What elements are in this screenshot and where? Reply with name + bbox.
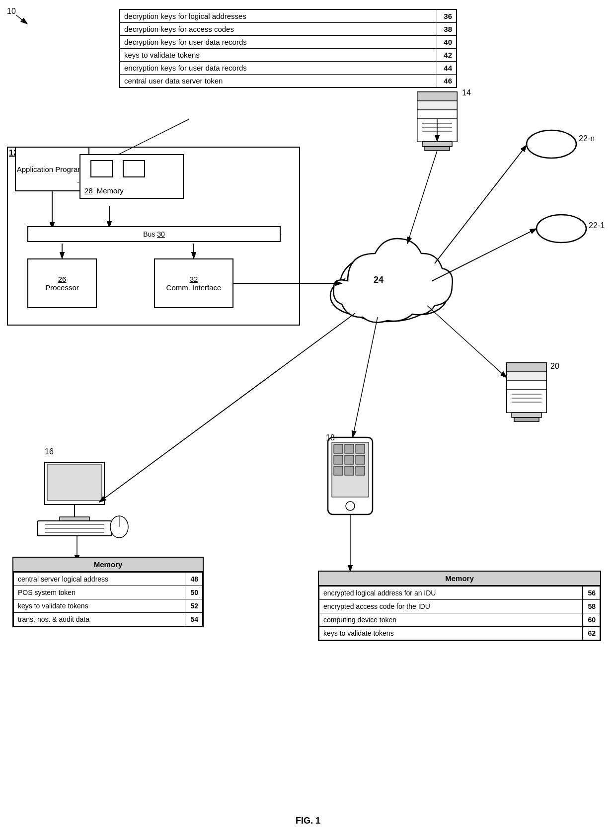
svg-point-45 (110, 516, 128, 538)
svg-rect-40 (60, 517, 89, 521)
table-cell-ref: 42 (437, 49, 457, 62)
mini-box-1 (90, 160, 113, 177)
svg-point-17 (448, 125, 456, 133)
table-row: keys to validate tokens 52 (14, 599, 203, 613)
memory-ref: 28 (84, 186, 93, 195)
table-cell-label: POS system token (14, 586, 185, 599)
svg-line-68 (353, 317, 378, 437)
table-row: trans. nos. & audit data 54 (14, 613, 203, 626)
diagram-number: 10 (7, 7, 16, 16)
svg-rect-53 (345, 455, 354, 464)
svg-line-62 (435, 145, 527, 263)
svg-line-66 (99, 313, 355, 502)
mobile-label: 18 (326, 433, 335, 442)
table-cell-ref: 46 (437, 75, 457, 88)
comm-ref: 32 (190, 275, 198, 283)
mini-box-2 (123, 160, 145, 177)
svg-rect-29 (507, 390, 546, 413)
pos-label: 16 (45, 447, 54, 456)
table-row: central server logical address 48 (14, 573, 203, 586)
table-cell-ref: 36 (437, 9, 457, 23)
table-row: decryption keys for access codes 38 (120, 23, 457, 36)
oval-22n-label: 22-n (579, 134, 595, 143)
svg-rect-33 (512, 413, 541, 418)
cloud-label: 24 (374, 275, 384, 285)
svg-point-8 (348, 290, 427, 322)
svg-line-64 (432, 229, 537, 281)
table-row: keys to validate tokens 62 (319, 627, 600, 640)
svg-rect-54 (356, 455, 365, 464)
table-cell-ref: 40 (437, 36, 457, 49)
pos-table-header: Memory (13, 558, 203, 572)
svg-rect-56 (345, 466, 354, 475)
table-cell-ref: 52 (185, 599, 203, 613)
mobile-memory-table: Memory encrypted logical address for an … (318, 571, 601, 641)
svg-point-12 (351, 293, 424, 319)
svg-line-61 (427, 306, 507, 378)
svg-line-67 (99, 313, 355, 502)
processor-ref: 26 (58, 275, 67, 283)
svg-rect-37 (45, 462, 104, 504)
svg-rect-27 (507, 381, 546, 390)
server14-label: 14 (462, 88, 471, 97)
svg-rect-47 (328, 437, 373, 514)
bus-label: Bus 30 (143, 230, 165, 238)
mobile-table-header: Memory (319, 572, 600, 586)
svg-rect-26 (507, 372, 546, 381)
table-cell-ref: 60 (583, 613, 600, 627)
oval-221-label: 22-1 (589, 221, 605, 230)
table-cell-ref: 38 (437, 23, 457, 36)
table-cell-label: decryption keys for user data records (120, 36, 437, 49)
table-cell-label: encrypted logical address for an IDU (319, 587, 583, 600)
svg-rect-22 (422, 142, 452, 147)
svg-rect-38 (47, 465, 102, 501)
table-row: computing device token 60 (319, 613, 600, 627)
svg-point-9 (344, 258, 431, 313)
svg-line-63 (435, 145, 527, 263)
svg-rect-25 (507, 363, 546, 372)
table-cell-label: decryption keys for logical addresses (120, 9, 437, 23)
table-cell-label: encrypted access code for the IDU (319, 600, 583, 613)
pos-memory-table: Memory central server logical address 48… (12, 557, 204, 627)
table-cell-label: computing device token (319, 613, 583, 627)
diagram-svg (0, 0, 616, 840)
svg-rect-41 (37, 521, 112, 536)
table-row: encryption keys for user data records 44 (120, 62, 457, 75)
svg-line-60 (407, 151, 437, 244)
table-cell-label: encryption keys for user data records (120, 62, 437, 75)
svg-rect-34 (514, 418, 539, 421)
table-cell-ref: 58 (583, 600, 600, 613)
app-programs-label: Application Programs (17, 165, 88, 173)
top-table: decryption keys for logical addresses 36… (119, 9, 457, 88)
svg-rect-13 (417, 92, 457, 142)
table-cell-label: keys to validate tokens (319, 627, 583, 640)
table-row: keys to validate tokens 42 (120, 49, 457, 62)
svg-rect-55 (334, 466, 343, 475)
table-row: decryption keys for user data records 40 (120, 36, 457, 49)
table-row: decryption keys for logical addresses 36 (120, 9, 457, 23)
table-cell-ref: 62 (583, 627, 600, 640)
svg-point-36 (537, 215, 586, 243)
svg-point-58 (346, 502, 355, 510)
table-cell-label: central user data server token (120, 75, 437, 88)
table-cell-label: keys to validate tokens (14, 599, 185, 613)
comm-interface-box: 32 Comm. Interface (154, 258, 233, 308)
processor-box: 26 Processor (27, 258, 97, 308)
memory-box: 28 Memory (79, 154, 184, 199)
memory-label: Memory (97, 186, 124, 195)
table-cell-ref: 56 (583, 587, 600, 600)
svg-rect-49 (334, 444, 343, 453)
diagram-container: 10 decryption keys for logical addresses… (0, 0, 616, 840)
svg-point-10 (336, 281, 384, 313)
server20-label: 20 (550, 362, 559, 371)
table-row: encrypted access code for the IDU 58 (319, 600, 600, 613)
svg-rect-51 (356, 444, 365, 453)
svg-rect-14 (417, 92, 457, 101)
figure-label: FIG. 1 (296, 816, 320, 826)
table-cell-label: decryption keys for access codes (120, 23, 437, 36)
table-cell-ref: 48 (185, 573, 203, 586)
svg-rect-18 (417, 119, 457, 142)
bus-bar: Bus 30 (27, 226, 281, 242)
table-cell-label: central server logical address (14, 573, 185, 586)
table-cell-ref: 54 (185, 613, 203, 626)
